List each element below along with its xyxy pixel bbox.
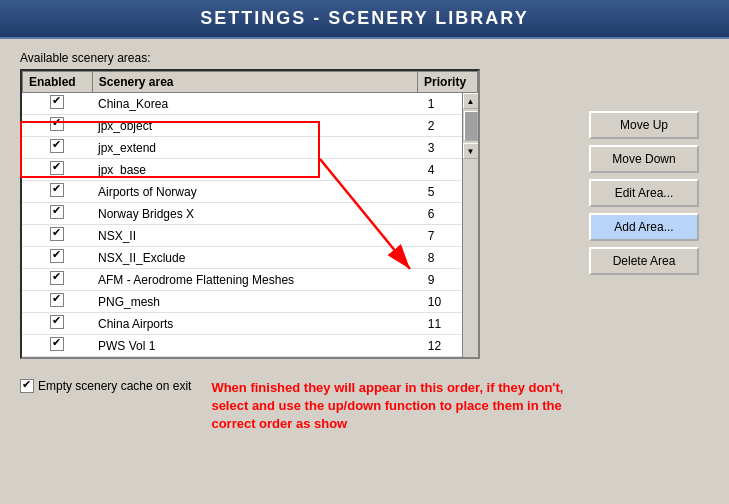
row-enabled-cell — [22, 291, 92, 313]
cache-checkbox[interactable] — [20, 379, 34, 393]
row-area-cell: Airports of Norway — [92, 181, 422, 203]
scroll-down-btn[interactable]: ▼ — [463, 143, 479, 159]
row-priority-cell: 3 — [422, 137, 462, 159]
move-down-button[interactable]: Move Down — [589, 145, 699, 173]
table-row[interactable]: AFM - Aerodrome Flattening Meshes9 — [22, 269, 462, 291]
row-area-cell: China Airports — [92, 313, 422, 335]
row-checkbox[interactable] — [50, 315, 64, 329]
col-header-priority: Priority — [418, 72, 478, 93]
row-area-cell: jpx_extend — [92, 137, 422, 159]
table-row[interactable]: China Airports11 — [22, 313, 462, 335]
row-checkbox[interactable] — [50, 249, 64, 263]
row-enabled-cell — [22, 357, 92, 359]
scenery-table: Enabled Scenery area Priority — [22, 71, 478, 93]
row-priority-cell: 4 — [422, 159, 462, 181]
row-priority-cell: 7 — [422, 225, 462, 247]
row-enabled-cell — [22, 181, 92, 203]
table-row[interactable]: China_Korea1 — [22, 93, 462, 115]
row-enabled-cell — [22, 115, 92, 137]
row-priority-cell: 5 — [422, 181, 462, 203]
row-area-cell: NSX_II — [92, 225, 422, 247]
action-buttons-panel: Move Up Move Down Edit Area... Add Area.… — [589, 111, 709, 359]
row-enabled-cell — [22, 159, 92, 181]
row-checkbox[interactable] — [50, 337, 64, 351]
row-area-cell: China_Korea — [92, 93, 422, 115]
scenery-table-container: Enabled Scenery area Priority China_Kore… — [20, 69, 480, 359]
scroll-thumb[interactable] — [464, 111, 478, 141]
row-area-cell: PNG_mesh — [92, 291, 422, 313]
cache-option: Empty scenery cache on exit — [20, 379, 191, 393]
row-enabled-cell — [22, 313, 92, 335]
col-header-area: Scenery area — [92, 72, 417, 93]
table-row[interactable]: jpx_base4 — [22, 159, 462, 181]
move-up-button[interactable]: Move Up — [589, 111, 699, 139]
row-checkbox[interactable] — [50, 293, 64, 307]
row-enabled-cell — [22, 335, 92, 357]
row-checkbox[interactable] — [50, 205, 64, 219]
row-checkbox[interactable] — [50, 95, 64, 109]
row-priority-cell: 10 — [422, 291, 462, 313]
bottom-section: Empty scenery cache on exit When finishe… — [0, 371, 729, 442]
row-area-cell: AFM - Aerodrome Flattening Meshes — [92, 269, 422, 291]
row-priority-cell: 8 — [422, 247, 462, 269]
page-title: SETTINGS - SCENERY LIBRARY — [200, 8, 528, 28]
table-row[interactable]: jpx_extend3 — [22, 137, 462, 159]
row-priority-cell: 9 — [422, 269, 462, 291]
edit-area-button[interactable]: Edit Area... — [589, 179, 699, 207]
add-area-button[interactable]: Add Area... — [589, 213, 699, 241]
row-enabled-cell — [22, 137, 92, 159]
delete-area-button[interactable]: Delete Area — [589, 247, 699, 275]
row-area-cell: PWS Vol 2 — [92, 357, 422, 359]
row-priority-cell: 2 — [422, 115, 462, 137]
row-priority-cell: 1 — [422, 93, 462, 115]
scroll-up-btn[interactable]: ▲ — [463, 93, 479, 109]
row-priority-cell: 13 — [422, 357, 462, 359]
cache-label: Empty scenery cache on exit — [38, 379, 191, 393]
row-enabled-cell — [22, 203, 92, 225]
table-row[interactable]: PWS Vol 112 — [22, 335, 462, 357]
row-checkbox[interactable] — [50, 183, 64, 197]
title-bar: SETTINGS - SCENERY LIBRARY — [0, 0, 729, 39]
scenery-data-table: China_Korea1jpx_object2jpx_extend3jpx_ba… — [22, 93, 462, 358]
table-scroll[interactable]: China_Korea1jpx_object2jpx_extend3jpx_ba… — [22, 93, 462, 358]
row-checkbox[interactable] — [50, 227, 64, 241]
instruction-text: When finished they will appear in this o… — [211, 379, 571, 434]
scrollbar[interactable]: ▲ ▼ — [462, 93, 478, 358]
table-row[interactable]: NSX_II7 — [22, 225, 462, 247]
table-row[interactable]: Airports of Norway5 — [22, 181, 462, 203]
col-header-enabled: Enabled — [23, 72, 93, 93]
row-checkbox[interactable] — [50, 117, 64, 131]
row-enabled-cell — [22, 269, 92, 291]
row-checkbox[interactable] — [50, 139, 64, 153]
row-area-cell: jpx_base — [92, 159, 422, 181]
row-checkbox[interactable] — [50, 161, 64, 175]
table-row[interactable]: Norway Bridges X6 — [22, 203, 462, 225]
table-row[interactable]: jpx_object2 — [22, 115, 462, 137]
row-priority-cell: 6 — [422, 203, 462, 225]
table-row[interactable]: PNG_mesh10 — [22, 291, 462, 313]
row-enabled-cell — [22, 93, 92, 115]
row-enabled-cell — [22, 225, 92, 247]
table-row[interactable]: PWS Vol 213 — [22, 357, 462, 359]
row-checkbox[interactable] — [50, 271, 64, 285]
row-area-cell: PWS Vol 1 — [92, 335, 422, 357]
row-priority-cell: 11 — [422, 313, 462, 335]
row-enabled-cell — [22, 247, 92, 269]
row-area-cell: jpx_object — [92, 115, 422, 137]
section-label: Available scenery areas: — [20, 51, 573, 65]
table-row[interactable]: NSX_II_Exclude8 — [22, 247, 462, 269]
row-area-cell: Norway Bridges X — [92, 203, 422, 225]
row-priority-cell: 12 — [422, 335, 462, 357]
row-area-cell: NSX_II_Exclude — [92, 247, 422, 269]
